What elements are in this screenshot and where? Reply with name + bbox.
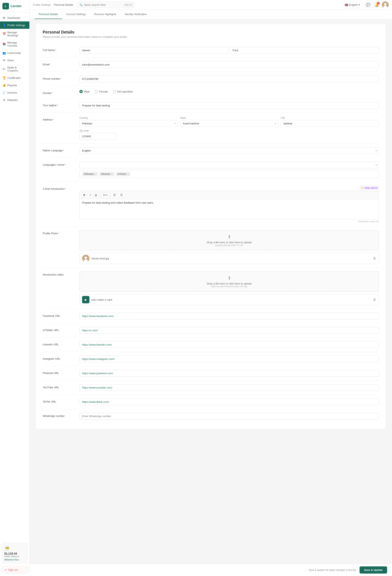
chevron-down-icon: ▾ bbox=[359, 3, 360, 6]
languages-select[interactable] bbox=[80, 162, 379, 168]
instagram-fields bbox=[80, 356, 379, 362]
facebook-label: Facebook URL bbox=[43, 313, 80, 317]
logo-icon: L bbox=[2, 3, 9, 9]
tagline-input[interactable] bbox=[80, 102, 379, 109]
whatsapp-fields bbox=[80, 413, 379, 420]
language-selector[interactable]: 🇬🇧 English ▾ bbox=[342, 2, 362, 8]
char-count: Characters count: 62 bbox=[80, 220, 379, 223]
withdraw-button[interactable]: Withdraw Now bbox=[4, 558, 25, 561]
pinterest-input[interactable] bbox=[80, 370, 379, 377]
facebook-input[interactable] bbox=[80, 313, 379, 319]
email-fields bbox=[80, 61, 379, 68]
sidebar-item-label: Manage Bookings bbox=[7, 31, 27, 37]
sidebar-item-community[interactable]: 👥 Community bbox=[0, 49, 29, 57]
profile-photo-delete[interactable]: 🗑 bbox=[373, 257, 376, 260]
youtube-input[interactable] bbox=[80, 384, 379, 391]
messages-icon: 💬 bbox=[366, 3, 370, 7]
wallet-label: Wallet Balance bbox=[4, 555, 25, 558]
font-size-button[interactable]: 14 ▾ bbox=[101, 193, 109, 197]
zip-input[interactable] bbox=[80, 133, 116, 140]
linkedin-input[interactable] bbox=[80, 341, 379, 348]
sidebar-logo[interactable]: L Lernen bbox=[0, 0, 29, 12]
sidebar-item-profile-settings[interactable]: 👤 Profile Settings bbox=[0, 22, 29, 29]
search-shortcut: Ctrl + K bbox=[124, 3, 133, 6]
notifications-button[interactable]: 🔔 1 bbox=[373, 1, 380, 8]
phone-input[interactable] bbox=[80, 76, 379, 82]
gender-not-specified[interactable]: Not specified bbox=[113, 90, 133, 93]
profile-photo-upload[interactable]: ⬆ Drop a file here or click here to uplo… bbox=[80, 230, 379, 250]
sidebar-item-payouts[interactable]: 💰 Payouts bbox=[0, 82, 29, 89]
sidebar-item-label: Dashboard bbox=[7, 16, 20, 19]
video-delete[interactable]: 🗑 bbox=[373, 298, 376, 301]
native-language-select[interactable]: English bbox=[80, 147, 379, 154]
gender-female[interactable]: Female bbox=[94, 90, 108, 93]
italic-button[interactable]: I bbox=[88, 193, 92, 197]
tiktok-input[interactable] bbox=[80, 399, 379, 405]
sidebar-item-invoices[interactable]: 🧾 Invoices bbox=[0, 89, 29, 96]
form-subtitle: Please provide your personal information… bbox=[43, 35, 379, 38]
sidebar-item-certificates[interactable]: 🏆 Certificates bbox=[0, 74, 29, 82]
sidebar-item-label: Deals & Coupons bbox=[7, 66, 27, 72]
youtube-row: YouTube URL bbox=[43, 380, 379, 395]
dashboard-icon: ⊞ bbox=[2, 16, 6, 19]
sidebar-item-dashboard[interactable]: ⊞ Dashboard bbox=[0, 14, 29, 22]
sidebar-item-inbox[interactable]: ✉ Inbox bbox=[0, 57, 29, 64]
sidebar-item-manage-bookings[interactable]: 📅 Manage Bookings bbox=[0, 29, 29, 39]
native-language-select-wrapper: English bbox=[80, 147, 379, 154]
phone-row: Phone number* bbox=[43, 72, 379, 86]
tab-identity-verification[interactable]: Identity Verification bbox=[120, 10, 151, 19]
breadcrumb-parent[interactable]: Profile Settings bbox=[33, 3, 51, 6]
phone-label: Phone number* bbox=[43, 76, 80, 80]
signout-section: ↩ Sign out bbox=[2, 566, 28, 574]
city-label: City bbox=[281, 116, 379, 119]
avatar-thumbnail bbox=[82, 255, 89, 262]
tag-albanian: Albanian ✕ bbox=[99, 172, 114, 176]
tag-afrikaans-remove[interactable]: ✕ bbox=[95, 173, 96, 175]
whatsapp-input[interactable] bbox=[80, 413, 379, 420]
email-input[interactable] bbox=[80, 61, 379, 68]
main-content: Personal Details Account Settings Resume… bbox=[29, 10, 392, 576]
tab-personal-details[interactable]: Personal Details bbox=[34, 10, 62, 19]
sidebar-item-label: Community bbox=[7, 52, 21, 55]
sidebar-item-disputes[interactable]: ⚖ Disputes bbox=[0, 96, 29, 104]
sidebar-item-label: Payouts bbox=[7, 84, 17, 87]
gender-female-radio bbox=[94, 90, 98, 93]
tab-resume-highlights[interactable]: Resume Highlights bbox=[90, 10, 120, 19]
sidebar-item-deals-coupons[interactable]: 🏷 Deals & Coupons bbox=[0, 64, 29, 74]
video-play-button[interactable]: ▶ bbox=[82, 296, 89, 303]
underline-button[interactable]: U bbox=[93, 193, 98, 197]
zip-row: Zip code bbox=[80, 129, 379, 140]
state-select[interactable]: Azad Kashmir bbox=[180, 120, 278, 127]
gender-row: Gender* Male Female bbox=[43, 86, 379, 98]
city-input[interactable] bbox=[281, 120, 379, 127]
bold-button[interactable]: B bbox=[82, 193, 87, 197]
instagram-row: Instagram URL bbox=[43, 352, 379, 366]
tag-albanian-remove[interactable]: ✕ bbox=[111, 173, 113, 175]
profile-photo-fields: ⬆ Drop a file here or click here to uplo… bbox=[80, 230, 379, 264]
ordered-list-button[interactable]: ☰ bbox=[112, 193, 117, 197]
form-area: Personal Details Please provide your per… bbox=[29, 19, 392, 576]
inbox-icon: ✉ bbox=[2, 59, 6, 62]
tag-amharic-remove[interactable]: ✕ bbox=[127, 173, 129, 175]
first-name-input[interactable] bbox=[80, 47, 228, 54]
signout-button[interactable]: ↩ Sign out bbox=[2, 566, 28, 574]
introduction-fields: ✨ Write with AI B I U 14 ▾ ☰ ☰ bbox=[80, 186, 379, 223]
twitter-input[interactable] bbox=[80, 327, 379, 334]
disputes-icon: ⚖ bbox=[2, 98, 6, 102]
video-upload[interactable]: ⬆ Drop a file here or click here to uplo… bbox=[80, 271, 379, 292]
country-select[interactable]: Pakistan bbox=[80, 120, 178, 127]
write-ai-button[interactable]: ✨ Write with AI bbox=[360, 186, 379, 190]
user-avatar[interactable] bbox=[382, 1, 389, 8]
sidebar-item-manage-courses[interactable]: 📚 Manage Courses bbox=[0, 39, 29, 49]
save-update-button[interactable]: Save & Update bbox=[360, 566, 387, 574]
sidebar-item-label: Disputes bbox=[7, 98, 18, 102]
messages-button[interactable]: 💬 bbox=[365, 1, 372, 8]
gender-male[interactable]: Male bbox=[80, 90, 90, 93]
instagram-label: Instagram URL bbox=[43, 356, 80, 360]
tab-account-settings[interactable]: Account Settings bbox=[62, 10, 90, 19]
last-name-input[interactable] bbox=[230, 47, 379, 54]
introduction-editor[interactable]: Prepare for beta testing and collect fee… bbox=[80, 199, 379, 219]
unordered-list-button[interactable]: ☰ bbox=[119, 193, 124, 197]
instagram-input[interactable] bbox=[80, 356, 379, 362]
native-language-row: Native Language* English bbox=[43, 144, 379, 158]
